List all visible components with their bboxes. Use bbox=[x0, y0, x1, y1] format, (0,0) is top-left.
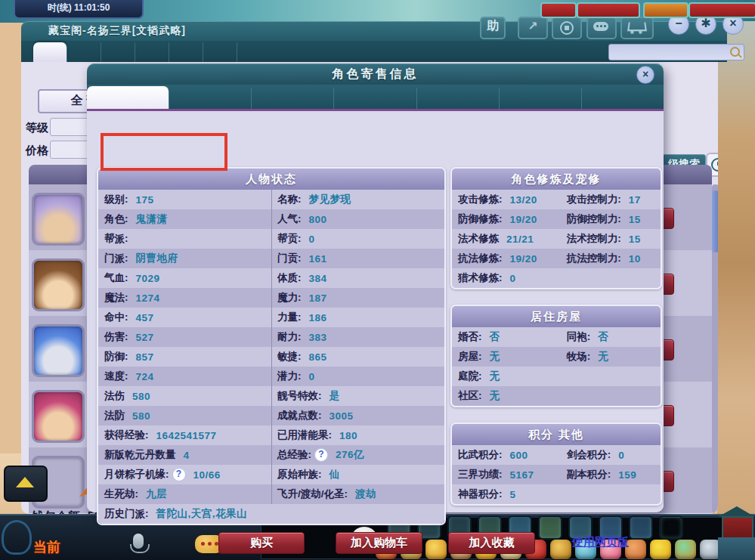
window-tab[interactable] bbox=[67, 42, 101, 62]
stat-label: 速度: bbox=[104, 370, 128, 383]
stat-row: 防御修炼: 19/20 防御控制力: 15 bbox=[452, 209, 661, 229]
dialog-tab[interactable] bbox=[334, 88, 416, 109]
stat-value: 10 bbox=[629, 253, 641, 265]
char-status-title: 人物状态 bbox=[98, 169, 444, 190]
stat-value: 1274 bbox=[136, 292, 160, 304]
item-icon[interactable] bbox=[425, 540, 447, 559]
help-button[interactable]: 助 bbox=[480, 17, 506, 39]
listing-scrollbar[interactable] bbox=[712, 184, 718, 514]
stat-value: 是 bbox=[330, 389, 340, 403]
search-input[interactable] bbox=[608, 44, 744, 60]
points-panel: 积分 其他 比武积分: 600 剑会积分: 0 bbox=[450, 422, 662, 506]
stat-label: 防御控制力: bbox=[567, 212, 621, 226]
scrollbar-thumb[interactable] bbox=[712, 190, 718, 252]
stat-label: 已用潜能果: bbox=[277, 429, 332, 442]
dialog-tab[interactable] bbox=[500, 88, 582, 109]
dialog-tab[interactable] bbox=[169, 88, 252, 109]
stat-value: 无 bbox=[490, 389, 500, 403]
character-avatar bbox=[32, 193, 85, 246]
level-highlight-box bbox=[101, 133, 227, 171]
share-icon[interactable]: ↗ bbox=[518, 17, 548, 39]
stat-value: 10/66 bbox=[193, 469, 221, 481]
stat-row: 社区: 无 bbox=[452, 386, 661, 406]
hotbar-slot-icon[interactable] bbox=[659, 515, 683, 540]
stat-value: 857 bbox=[136, 351, 154, 363]
current-channel-label[interactable]: 当前 bbox=[33, 538, 60, 556]
stat-value: 4 bbox=[184, 450, 190, 461]
stat-label: 靓号特效: bbox=[277, 389, 322, 403]
stat-value: 276亿 bbox=[336, 448, 364, 462]
stat-label: 攻击修炼: bbox=[458, 193, 503, 206]
stat-label: 比武积分: bbox=[458, 448, 503, 462]
expand-panel-button[interactable] bbox=[4, 466, 48, 502]
search-icon bbox=[730, 47, 740, 57]
stat-value: 800 bbox=[309, 214, 327, 225]
stat-value: 阴曹地府 bbox=[136, 252, 178, 265]
stat-label: 门派: bbox=[104, 252, 128, 265]
stat-value: 600 bbox=[510, 450, 528, 461]
dialog-title: 角色寄售信息 bbox=[87, 67, 664, 82]
stat-label: 抗法控制力: bbox=[567, 252, 621, 265]
cart-icon[interactable] bbox=[620, 17, 654, 39]
stat-row: 抗法修炼: 19/20 抗法控制力: 10 bbox=[452, 249, 661, 268]
stat-value: 186 bbox=[309, 312, 327, 323]
hotbar-slot-icon[interactable] bbox=[629, 515, 653, 540]
stat-value: 否 bbox=[490, 330, 500, 344]
game-top-banner bbox=[540, 2, 577, 18]
dialog-close-button[interactable]: × bbox=[636, 66, 654, 84]
stat-value: 175 bbox=[136, 194, 154, 206]
window-tab[interactable] bbox=[135, 42, 169, 62]
web-version-link[interactable]: 使用网页版 bbox=[572, 535, 629, 549]
dialog-buy-button[interactable]: 购买 bbox=[218, 532, 305, 554]
dialog-tab[interactable] bbox=[252, 88, 334, 109]
dialog-tab[interactable] bbox=[417, 88, 500, 109]
character-avatar bbox=[32, 258, 85, 311]
microphone-icon[interactable] bbox=[133, 534, 144, 549]
stat-label: 总经验: bbox=[277, 448, 311, 462]
price-filter-label: 价格 bbox=[26, 144, 48, 158]
question-icon[interactable]: ? bbox=[314, 448, 328, 462]
dialog-tab[interactable] bbox=[87, 86, 169, 109]
stat-row: 历史门派: 普陀山,天宫,花果山 bbox=[98, 504, 444, 524]
stat-value: 161 bbox=[309, 253, 327, 265]
hotbar-slot-icon[interactable] bbox=[538, 515, 562, 540]
chat-icon[interactable] bbox=[586, 17, 617, 39]
window-tab[interactable] bbox=[169, 42, 203, 62]
stop-icon[interactable] bbox=[552, 17, 582, 39]
window-tab[interactable] bbox=[33, 42, 67, 62]
item-icon[interactable] bbox=[650, 540, 671, 559]
stat-row: 庭院: 无 bbox=[452, 367, 661, 386]
stat-value: 580 bbox=[132, 391, 150, 402]
add-to-favorites-button[interactable]: 加入收藏 bbox=[448, 532, 535, 554]
stat-row: 攻击修炼: 13/20 攻击控制力: 17 bbox=[452, 190, 661, 209]
stat-value: 17 bbox=[629, 194, 641, 206]
stat-value: 0 bbox=[309, 371, 315, 382]
stat-label: 历史门派: bbox=[104, 507, 149, 521]
stat-label: 魔法: bbox=[104, 291, 128, 305]
window-tab[interactable] bbox=[203, 42, 237, 62]
stat-value: 457 bbox=[136, 312, 154, 323]
stat-value: 384 bbox=[309, 273, 327, 284]
item-icon[interactable] bbox=[550, 540, 571, 559]
stat-label: 魔力: bbox=[277, 291, 302, 305]
stat-row: 比武积分: 600 剑会积分: 0 bbox=[452, 445, 661, 465]
add-to-cart-button[interactable]: 加入购物车 bbox=[336, 532, 422, 554]
game-top-banner bbox=[577, 2, 640, 18]
item-icon[interactable] bbox=[675, 540, 696, 559]
house-panel: 居住房屋 婚否: 否 同袍: 否 bbox=[450, 305, 662, 407]
stat-label: 体质: bbox=[277, 271, 302, 285]
stat-value: 渡劫 bbox=[355, 487, 376, 501]
window-tab[interactable] bbox=[101, 42, 135, 62]
question-icon[interactable]: ? bbox=[172, 468, 186, 481]
house-title: 居住房屋 bbox=[452, 306, 661, 327]
stat-label: 生死劫: bbox=[104, 487, 138, 501]
stat-value: 7029 bbox=[136, 273, 160, 284]
dialog-tab[interactable] bbox=[582, 88, 664, 109]
character-avatar bbox=[32, 324, 85, 377]
stat-row: 房屋: 无 牧场: 无 bbox=[452, 347, 661, 367]
stat-label: 法术控制力: bbox=[567, 232, 621, 246]
stat-value: 否 bbox=[598, 330, 608, 344]
dialog-body: 人物状态 级别: 175 名称: 梦见梦现 bbox=[87, 111, 664, 512]
stat-label: 气血: bbox=[104, 271, 128, 285]
stat-value: 0 bbox=[309, 234, 315, 245]
